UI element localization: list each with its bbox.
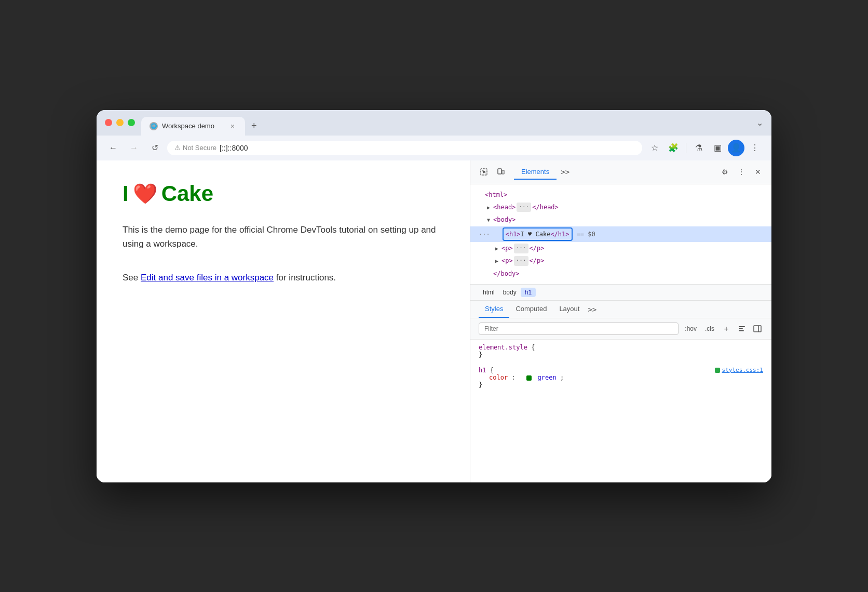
svg-rect-1 [498, 169, 501, 174]
workspace-link[interactable]: Edit and save files in a workspace [141, 273, 274, 282]
dollar-zero: == $0 [577, 229, 595, 239]
head-ellipsis: ··· [517, 203, 531, 212]
reload-button[interactable]: ↺ [146, 140, 163, 156]
svg-rect-5 [739, 330, 744, 331]
bookmark-button[interactable]: ☆ [646, 140, 663, 156]
dom-line-p2[interactable]: ▶ <p> ··· </p> [470, 254, 771, 267]
more-styles-tabs-button[interactable]: >> [588, 305, 596, 314]
tab-title: Workspace demo [162, 122, 224, 130]
breadcrumb-body[interactable]: body [499, 288, 521, 297]
more-tabs-button[interactable]: >> [557, 168, 574, 176]
split-view-button[interactable]: ▣ [709, 140, 726, 156]
devtools-settings: ⚙ ⋮ ✕ [717, 165, 765, 179]
cls-button[interactable]: .cls [703, 324, 716, 333]
kebab-icon: ⋮ [751, 143, 759, 153]
tab-favicon: 🌐 [150, 122, 158, 130]
dom-line-p1[interactable]: ▶ <p> ··· </p> [470, 242, 771, 254]
dom-line-head[interactable]: ▶ <head> ··· </head> [470, 201, 771, 213]
add-style-button[interactable]: + [721, 323, 732, 334]
h1-rule: h1 { styles.css:1 color : [479, 367, 763, 388]
breadcrumb-html[interactable]: html [479, 288, 499, 297]
close-button[interactable] [105, 119, 112, 126]
tab-menu-button[interactable]: ⌄ [756, 118, 763, 134]
back-button[interactable]: ← [105, 140, 121, 156]
styles-source-link[interactable]: styles.css:1 [715, 367, 763, 373]
h1-color-property[interactable]: color : green ; [479, 374, 763, 381]
extensions-button[interactable]: 🧩 [665, 140, 682, 156]
breadcrumb-h1[interactable]: h1 [521, 288, 536, 297]
profile-button[interactable]: 👤 [728, 140, 744, 156]
browser-tab[interactable]: 🌐 Workspace demo × [141, 117, 245, 136]
forward-button[interactable]: → [126, 140, 142, 156]
star-icon: ☆ [651, 143, 658, 153]
dom-more-button[interactable]: ··· [479, 229, 490, 239]
reload-icon: ↺ [152, 143, 158, 153]
element-style-rule: element.style { } [479, 344, 763, 358]
hov-button[interactable]: :hov [683, 324, 699, 333]
heading-i-text: I [123, 181, 129, 206]
nav-actions: ☆ 🧩 ⚗ ▣ 👤 ⋮ [646, 140, 763, 156]
minimize-button[interactable] [116, 119, 124, 126]
dom-line-body-close[interactable]: </body> [470, 267, 771, 280]
heading-cake-text: Cake [161, 181, 213, 206]
nav-bar: ← → ↺ ⚠ Not Secure [::]::8000 ☆ 🧩 ⚗ [97, 136, 771, 160]
devtools-panel: Elements >> ⚙ ⋮ ✕ [470, 160, 771, 482]
dom-line-h1[interactable]: ··· <h1>I ♥ Cake</h1> == $0 [470, 226, 771, 242]
forward-icon: → [130, 143, 138, 153]
tabs-area: 🌐 Workspace demo × + [141, 116, 750, 136]
element-style-selector[interactable]: element.style { [479, 344, 763, 351]
h1-selector-line[interactable]: h1 { styles.css:1 [479, 367, 763, 374]
address-bar[interactable]: ⚠ Not Secure [::]::8000 [167, 141, 642, 155]
settings-button[interactable]: ⚙ [717, 165, 732, 179]
new-tab-button[interactable]: + [245, 116, 263, 136]
source-filename: styles.css:1 [722, 367, 763, 373]
back-icon: ← [109, 143, 117, 153]
styles-tab-styles[interactable]: Styles [479, 301, 509, 318]
main-area: I ❤️ Cake This is the demo page for the … [97, 160, 771, 482]
styles-tabs: Styles Computed Layout >> [470, 301, 771, 318]
color-swatch[interactable] [526, 375, 532, 381]
device-toolbar-button[interactable] [493, 165, 508, 179]
toggle-sidebar-button[interactable] [752, 323, 763, 334]
close-devtools-button[interactable]: ✕ [751, 165, 765, 179]
page-body-text: This is the demo page for the official C… [123, 223, 444, 251]
gear-icon: ⚙ [722, 168, 728, 176]
browser-window: 🌐 Workspace demo × + ⌄ ← → ↺ ⚠ Not Secur… [97, 110, 771, 482]
traffic-lights [105, 119, 135, 132]
styles-tab-layout[interactable]: Layout [553, 301, 586, 318]
title-bar: 🌐 Workspace demo × + ⌄ [97, 110, 771, 136]
filter-input[interactable] [479, 322, 679, 335]
dom-line-body[interactable]: ▼ <body> [470, 213, 771, 226]
menu-button[interactable]: ⋮ [747, 140, 763, 156]
filter-buttons: :hov .cls + [683, 323, 763, 334]
page-instructions: See Edit and save files in a workspace f… [123, 271, 444, 285]
expand-p2-icon: ▶ [495, 257, 500, 265]
green-dot-icon [715, 368, 720, 373]
see-text: See [123, 273, 138, 282]
split-icon: ▣ [714, 143, 722, 153]
heart-icon: ❤️ [133, 182, 157, 205]
svg-rect-4 [739, 328, 743, 329]
labs-icon: ⚗ [695, 143, 702, 153]
tab-close-button[interactable]: × [228, 121, 237, 131]
more-dots-icon: ⋮ [738, 168, 745, 176]
h1-rule-close: } [479, 381, 763, 388]
expand-p1-icon: ▶ [495, 244, 500, 253]
new-rule-button[interactable] [736, 323, 748, 334]
styles-tab-computed[interactable]: Computed [509, 301, 553, 318]
maximize-button[interactable] [128, 119, 135, 126]
p2-ellipsis: ··· [514, 256, 528, 266]
not-secure-indicator: ⚠ Not Secure [174, 144, 216, 152]
filter-bar: :hov .cls + [470, 318, 771, 340]
warning-icon: ⚠ [174, 144, 181, 152]
more-options-button[interactable]: ⋮ [734, 165, 749, 179]
expand-head-icon: ▶ [487, 203, 492, 212]
for-instructions-text: for instructions. [276, 273, 336, 282]
expand-body-icon: ▼ [487, 216, 492, 224]
devtools-tabs: Elements >> [514, 165, 715, 180]
devtools-toolbar: Elements >> ⚙ ⋮ ✕ [470, 160, 771, 184]
dom-line-html[interactable]: <html> [470, 189, 771, 201]
labs-button[interactable]: ⚗ [690, 140, 707, 156]
inspect-element-button[interactable] [477, 165, 491, 179]
elements-tab[interactable]: Elements [514, 165, 557, 180]
